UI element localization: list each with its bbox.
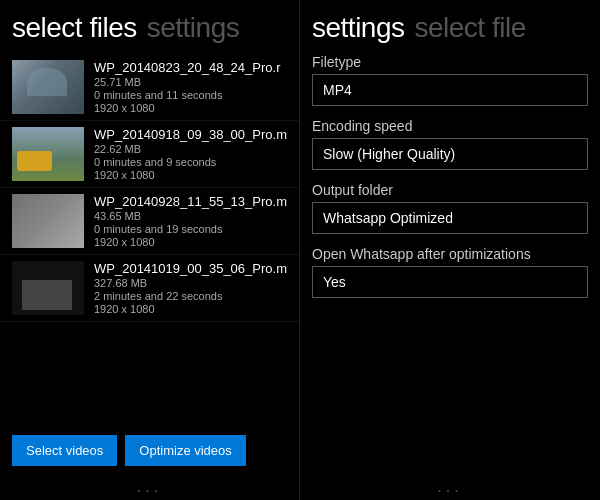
setting-value[interactable]: MP4 (312, 74, 588, 106)
right-nav-inactive[interactable]: select file (415, 12, 526, 44)
right-panel: settings select file FiletypeMP4Encoding… (300, 0, 600, 500)
left-header: select files settings (0, 12, 299, 54)
left-dots: ... (0, 476, 299, 500)
file-duration: 2 minutes and 22 seconds (94, 290, 287, 302)
file-name: WP_20141019_00_35_06_Pro.m (94, 261, 287, 276)
file-info: WP_20140928_11_55_13_Pro.m 43.65 MB 0 mi… (94, 194, 287, 248)
file-name: WP_20140918_09_38_00_Pro.m (94, 127, 287, 142)
file-info: WP_20141019_00_35_06_Pro.m 327.68 MB 2 m… (94, 261, 287, 315)
file-resolution: 1920 x 1080 (94, 236, 287, 248)
file-thumbnail (12, 194, 84, 248)
left-nav-active[interactable]: select files (12, 12, 137, 44)
settings-content: FiletypeMP4Encoding speedSlow (Higher Qu… (300, 54, 600, 476)
right-dots: ... (300, 476, 600, 500)
file-size: 22.62 MB (94, 143, 287, 155)
file-list: WP_20140823_20_48_24_Pro.r 25.71 MB 0 mi… (0, 54, 299, 425)
setting-value[interactable]: Yes (312, 266, 588, 298)
file-info: WP_20140823_20_48_24_Pro.r 25.71 MB 0 mi… (94, 60, 287, 114)
optimize-videos-button[interactable]: Optimize videos (125, 435, 245, 466)
setting-label: Open Whatsapp after optimizations (312, 246, 588, 262)
file-duration: 0 minutes and 11 seconds (94, 89, 287, 101)
setting-value[interactable]: Slow (Higher Quality) (312, 138, 588, 170)
file-duration: 0 minutes and 19 seconds (94, 223, 287, 235)
setting-label: Output folder (312, 182, 588, 198)
left-panel: select files settings WP_20140823_20_48_… (0, 0, 300, 500)
right-nav-active[interactable]: settings (312, 12, 405, 44)
list-item[interactable]: WP_20140918_09_38_00_Pro.m 22.62 MB 0 mi… (0, 121, 299, 188)
setting-value[interactable]: Whatsapp Optimized (312, 202, 588, 234)
list-item[interactable]: WP_20140928_11_55_13_Pro.m 43.65 MB 0 mi… (0, 188, 299, 255)
file-thumbnail (12, 60, 84, 114)
file-thumbnail (12, 127, 84, 181)
file-resolution: 1920 x 1080 (94, 169, 287, 181)
file-size: 25.71 MB (94, 76, 287, 88)
file-size: 43.65 MB (94, 210, 287, 222)
setting-label: Filetype (312, 54, 588, 70)
right-header: settings select file (300, 12, 600, 54)
file-resolution: 1920 x 1080 (94, 303, 287, 315)
file-name: WP_20140823_20_48_24_Pro.r (94, 60, 287, 75)
left-nav-inactive[interactable]: settings (147, 12, 240, 44)
list-item[interactable]: WP_20140823_20_48_24_Pro.r 25.71 MB 0 mi… (0, 54, 299, 121)
file-thumbnail (12, 261, 84, 315)
file-name: WP_20140928_11_55_13_Pro.m (94, 194, 287, 209)
file-duration: 0 minutes and 9 seconds (94, 156, 287, 168)
setting-label: Encoding speed (312, 118, 588, 134)
select-videos-button[interactable]: Select videos (12, 435, 117, 466)
bottom-buttons: Select videos Optimize videos (0, 425, 299, 476)
list-item[interactable]: WP_20141019_00_35_06_Pro.m 327.68 MB 2 m… (0, 255, 299, 322)
file-resolution: 1920 x 1080 (94, 102, 287, 114)
file-info: WP_20140918_09_38_00_Pro.m 22.62 MB 0 mi… (94, 127, 287, 181)
file-size: 327.68 MB (94, 277, 287, 289)
